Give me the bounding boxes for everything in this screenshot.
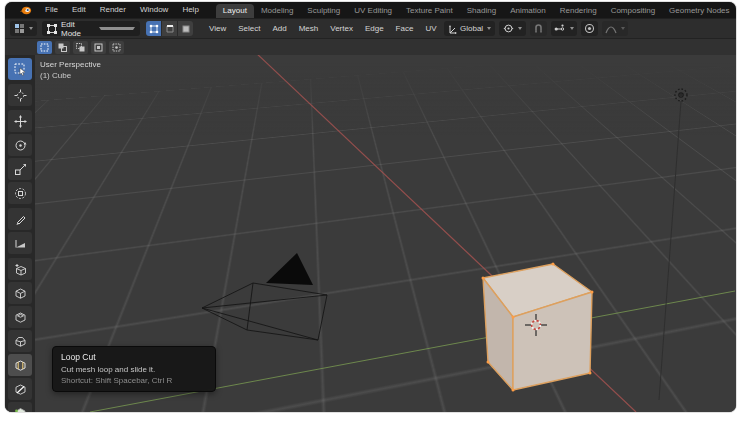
menu-file[interactable]: File — [38, 2, 65, 18]
falloff-dropdown[interactable] — [602, 21, 628, 36]
editor-type-icon — [14, 23, 25, 34]
select-box-tool[interactable] — [8, 58, 32, 80]
tab-uv-editing[interactable]: UV Editing — [347, 4, 399, 18]
menu-edge[interactable]: Edge — [359, 19, 390, 39]
transform-orientation-dropdown[interactable]: Global — [444, 21, 495, 36]
wireframe-pyramid[interactable] — [202, 283, 327, 340]
tab-shading[interactable]: Shading — [460, 4, 503, 18]
tab-sculpting[interactable]: Sculpting — [300, 4, 347, 18]
blender-window: File Edit Render Window Help Layout Mode… — [5, 2, 736, 412]
select-mode-subtract-button[interactable] — [73, 41, 88, 54]
chevron-down-icon — [29, 27, 33, 30]
menu-add[interactable]: Add — [266, 19, 292, 39]
chevron-down-icon — [518, 27, 522, 30]
knife-icon — [14, 383, 27, 396]
annotate-pencil-icon — [14, 213, 27, 226]
transform-tool[interactable] — [8, 182, 32, 204]
select-extend-icon — [58, 43, 67, 52]
loop-cut-icon — [14, 359, 27, 372]
select-set-icon — [40, 43, 49, 52]
menu-face[interactable]: Face — [390, 19, 420, 39]
cursor-tool[interactable] — [8, 84, 32, 106]
pivot-point-icon — [503, 23, 514, 34]
cursor-3d-icon — [14, 89, 27, 102]
menu-view[interactable]: View — [203, 19, 232, 39]
inset-faces-tool[interactable] — [8, 306, 32, 328]
bevel-icon — [14, 335, 27, 348]
cube-object[interactable] — [482, 263, 594, 392]
viewport-header: Edit Mode — [5, 18, 736, 38]
vertex-select-icon — [149, 24, 159, 34]
tab-layout[interactable]: Layout — [216, 4, 254, 18]
select-invert-icon — [94, 43, 103, 52]
pivot-point-dropdown[interactable] — [499, 21, 526, 36]
move-tool[interactable] — [8, 110, 32, 132]
point-light-icon[interactable] — [675, 89, 687, 101]
toolbar — [5, 55, 35, 412]
snap-toggle-button[interactable] — [530, 21, 547, 36]
dark-triangle-face[interactable] — [266, 253, 313, 285]
extrude-region-icon — [14, 287, 27, 300]
edge-select-icon — [165, 24, 175, 34]
select-mode-invert-button[interactable] — [91, 41, 106, 54]
select-intersect-icon — [112, 43, 121, 52]
chevron-down-icon — [621, 27, 625, 30]
rotate-icon — [14, 139, 27, 152]
select-mode-set-button[interactable] — [37, 41, 52, 54]
orientation-icon — [448, 24, 458, 34]
bevel-tool[interactable] — [8, 330, 32, 352]
chevron-down-icon — [99, 27, 135, 30]
tab-modeling[interactable]: Modeling — [254, 4, 300, 18]
tooltip-title: Loop Cut — [61, 352, 207, 362]
measure-tool[interactable] — [8, 232, 32, 254]
tab-compositing[interactable]: Compositing — [604, 4, 662, 18]
active-object-label: (1) Cube — [40, 70, 101, 81]
menu-window[interactable]: Window — [133, 2, 175, 18]
vertex-select-button[interactable] — [146, 21, 161, 36]
face-select-button[interactable] — [177, 21, 193, 36]
snap-settings-dropdown[interactable] — [551, 21, 577, 36]
menu-edit[interactable]: Edit — [65, 2, 93, 18]
blender-logo-icon — [19, 5, 32, 16]
tab-animation[interactable]: Animation — [503, 4, 553, 18]
loop-cut-tool[interactable] — [8, 354, 32, 376]
tab-rendering[interactable]: Rendering — [553, 4, 604, 18]
add-cube-icon — [14, 263, 27, 276]
scale-icon — [14, 163, 27, 176]
menu-select[interactable]: Select — [232, 19, 266, 39]
menu-vertex[interactable]: Vertex — [324, 19, 359, 39]
knife-tool[interactable] — [8, 378, 32, 400]
3d-viewport[interactable]: User Perspective (1) Cube — [5, 55, 736, 412]
proportional-editing-button[interactable] — [581, 21, 598, 36]
rotate-tool[interactable] — [8, 134, 32, 156]
menu-render[interactable]: Render — [93, 2, 133, 18]
topbar: File Edit Render Window Help Layout Mode… — [5, 2, 736, 18]
menu-uv[interactable]: UV — [419, 19, 442, 39]
scale-tool[interactable] — [8, 158, 32, 180]
menu-mesh[interactable]: Mesh — [293, 19, 325, 39]
tab-texture-paint[interactable]: Texture Paint — [399, 4, 460, 18]
add-cube-tool[interactable] — [8, 258, 32, 280]
mode-dropdown-label: Edit Mode — [61, 20, 93, 38]
snap-with-icon — [554, 24, 566, 34]
transform-icon — [14, 187, 27, 200]
select-mode-intersect-button[interactable] — [109, 41, 124, 54]
select-subtract-icon — [76, 43, 85, 52]
workspace-tabs: Layout Modeling Sculpting UV Editing Tex… — [216, 2, 736, 18]
menu-help[interactable]: Help — [175, 2, 205, 18]
measure-icon — [14, 237, 27, 250]
move-icon — [14, 115, 27, 128]
chevron-down-icon — [570, 27, 574, 30]
viewport-overlay-text: User Perspective (1) Cube — [40, 59, 101, 81]
tab-geometry-nodes[interactable]: Geometry Nodes — [662, 4, 736, 18]
orientation-label: Global — [460, 24, 483, 33]
select-mode-extend-button[interactable] — [55, 41, 70, 54]
annotate-tool[interactable] — [8, 208, 32, 230]
editor-type-button[interactable] — [10, 21, 37, 36]
poly-build-tool[interactable] — [8, 402, 32, 412]
header-right-controls: Global — [444, 21, 628, 36]
mode-dropdown[interactable]: Edit Mode — [42, 21, 140, 36]
falloff-curve-icon — [605, 24, 617, 34]
extrude-region-tool[interactable] — [8, 282, 32, 304]
edge-select-button[interactable] — [161, 21, 177, 36]
